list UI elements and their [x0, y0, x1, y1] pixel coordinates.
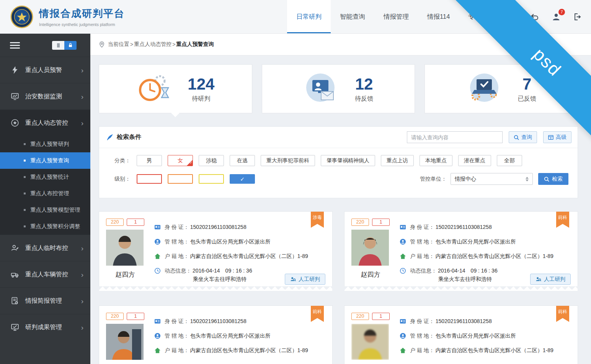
manual-judgment-label: 人工研判: [299, 276, 320, 283]
person-card-fields: 身 份 证： 1502021961103081258 管 辖 地： 包头市青山区…: [400, 219, 571, 286]
query-button-label: 查询: [521, 134, 532, 141]
alarm-icon: [11, 66, 19, 74]
lock-icon: [68, 42, 73, 48]
stat-card-pending-judgment[interactable]: 124 待研判: [99, 64, 252, 113]
sidebar-item-vehicle-control[interactable]: 重点人车辆管控 ›: [0, 261, 90, 287]
sidebar-top: [0, 34, 90, 57]
breadcrumb-item-1[interactable]: 重点人动态管控: [134, 41, 171, 48]
search-button[interactable]: 检索: [538, 173, 568, 185]
person-card-left: 220 1 赵四方: [351, 219, 390, 286]
sidebar-switch: [52, 41, 77, 50]
search-input[interactable]: [407, 131, 503, 143]
person-card-fields: 身 份 证： 1502021961103081258 管 辖 地： 包头市青山区…: [154, 219, 325, 286]
notification-badge: 7: [558, 9, 565, 15]
field-label: 户 籍 地：: [410, 347, 434, 354]
level-yellow[interactable]: [199, 174, 224, 184]
chevron-right-icon: ›: [81, 119, 83, 127]
search-icon: [544, 176, 549, 182]
residence-value: 内蒙古自治区包头市青山区光辉小区（二区）1-89: [190, 347, 308, 354]
level-orange[interactable]: [168, 174, 193, 184]
field-label: 管 辖 地：: [410, 333, 434, 340]
sidebar-item-briefing-manage[interactable]: 情报简报管理 ›: [0, 287, 90, 314]
nav-item-1[interactable]: 日常研判: [287, 0, 331, 33]
unit-select[interactable]: 情报中心: [451, 173, 533, 185]
stat-label: 已反馈: [518, 95, 536, 103]
zigzag-edge: [99, 286, 332, 291]
stat-card-pending-feedback[interactable]: 12 待反馈: [262, 64, 415, 113]
logout-icon[interactable]: [573, 12, 583, 22]
collapse-button[interactable]: [52, 41, 64, 50]
jurisdiction-value: 包头市青山区分局光辉小区派出所: [436, 333, 516, 340]
sidebar-item-key-person-alert[interactable]: 重点人员预警 ›: [0, 57, 90, 83]
category-fugitive[interactable]: 在逃: [230, 155, 255, 166]
category-petition[interactable]: 重点上访: [381, 155, 414, 166]
category-local-key[interactable]: 本地重点: [420, 155, 452, 166]
score-badge: 220: [106, 313, 124, 320]
id-card-icon: [154, 318, 161, 325]
residence-row: 户 籍 地： 内蒙古自治区包头市青山区光辉小区（二区）1-89: [400, 347, 571, 355]
field-label: 管 辖 地：: [410, 238, 434, 245]
level-red[interactable]: [137, 174, 162, 184]
id-card-icon: [400, 224, 407, 231]
residence-row: 户 籍 地： 内蒙古自治区包头市青山区光辉小区（二区）1-89: [154, 253, 325, 261]
field-label: 身 份 证：: [165, 224, 189, 231]
sidebar-item-security-data-monitor[interactable]: 治安数据监测 ›: [0, 83, 90, 109]
sidebar-subitem-control-manage[interactable]: 重点人布控管理: [0, 185, 90, 202]
search-button-label: 检索: [552, 176, 563, 183]
category-potential-key[interactable]: 潜在重点: [458, 155, 491, 166]
query-button[interactable]: 查询: [509, 131, 537, 143]
id-value: 1502021961103081258: [436, 224, 492, 230]
person-photo[interactable]: [106, 324, 144, 360]
level-blue-selected[interactable]: ✓: [230, 174, 255, 184]
category-mental-incident[interactable]: 肇事肇祸精神病人: [321, 155, 375, 166]
jurisdiction-row: 管 辖 地： 包头市青山区分局光辉小区派出所: [400, 238, 571, 246]
category-all[interactable]: 全部: [497, 155, 522, 166]
sidebar-item-results-manage[interactable]: 研判成果管理 ›: [0, 314, 90, 340]
nav-item-4[interactable]: 情报114: [418, 0, 459, 33]
sidebar-subitem-alert-stats[interactable]: 重点人预警统计: [0, 169, 90, 185]
nav-item-2[interactable]: 智能查询: [331, 0, 374, 33]
category-male[interactable]: 男: [137, 155, 162, 166]
field-label: 户 籍 地：: [165, 253, 189, 260]
sidebar-subitem-score-adjust[interactable]: 重点人预警积分调整: [0, 218, 90, 235]
sidebar-item-dynamic-control[interactable]: 重点人动态管控 ›: [0, 109, 90, 136]
lock-button[interactable]: [64, 41, 77, 50]
sidebar-subitem-model-manage[interactable]: 重点人预警模型管理: [0, 202, 90, 218]
sidebar-subitem-label: 重点人预警统计: [30, 173, 69, 181]
top-nav: 日常研判 智能查询 情报管理 情报114 专: [287, 0, 484, 33]
clock-icon: [400, 268, 407, 274]
user-avatar[interactable]: 7: [551, 12, 561, 22]
app-root: 情报合成研判平台 Intelligence synthetic judgment…: [0, 0, 591, 364]
person-badges: 220 1: [106, 219, 144, 226]
advanced-button[interactable]: 高级: [543, 131, 571, 143]
manual-judgment-button[interactable]: 人工研判: [285, 274, 325, 285]
sidebar-subitem-alert-query[interactable]: 重点人预警查询: [0, 152, 90, 169]
house-icon: [400, 347, 407, 354]
sidebar-item-temp-control[interactable]: 重点人临时布控 ›: [0, 235, 90, 261]
category-criminal-record[interactable]: 重大刑事犯罪前科: [261, 155, 315, 166]
dynamic-detail: 乘坐火车去往呼和浩特: [193, 276, 247, 283]
person-photo[interactable]: [106, 230, 144, 266]
nav-item-3[interactable]: 情报管理: [374, 0, 418, 33]
zigzag-edge: [344, 286, 578, 291]
category-female[interactable]: 女 ✓: [168, 155, 193, 166]
jurisdiction-icon: [400, 238, 407, 245]
person-search-icon: [290, 276, 296, 282]
person-name: 赵四方: [106, 270, 144, 279]
brand-text: 情报合成研判平台 Intelligence synthetic judgment…: [39, 7, 125, 27]
search-panel-header: 检索条件 查询 高级: [99, 127, 578, 148]
sidebar-subitem-label: 重点人预警查询: [30, 157, 69, 164]
person-photo[interactable]: [351, 324, 389, 360]
menu-toggle-icon[interactable]: [10, 41, 20, 50]
manual-judgment-button[interactable]: 人工研判: [530, 274, 571, 285]
person-edit-icon: [11, 244, 19, 252]
category-stability[interactable]: 涉稳: [199, 155, 224, 166]
stat-value: 124: [188, 75, 214, 93]
field-label: 动态信息：: [165, 268, 191, 274]
sidebar-subitem-alert-research[interactable]: 重点人预警研判: [0, 136, 90, 152]
field-label: 身 份 证：: [165, 318, 189, 325]
person-photo[interactable]: [351, 230, 389, 266]
check-icon: ✓: [240, 176, 245, 182]
dynamic-control-icon: [11, 119, 19, 127]
house-icon: [400, 253, 407, 260]
